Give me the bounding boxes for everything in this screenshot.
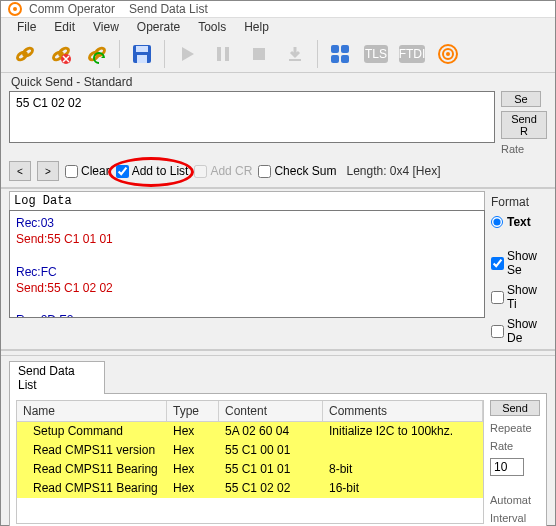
- send-button[interactable]: Se: [501, 91, 541, 107]
- link-icon[interactable]: [9, 38, 41, 70]
- menu-edit[interactable]: Edit: [46, 18, 83, 36]
- title-bar: Comm Operator Send Data List: [1, 1, 555, 18]
- table-row[interactable]: Read CMPS11 BearingHex55 C1 02 0216-bit: [17, 479, 483, 498]
- save-icon[interactable]: [126, 38, 158, 70]
- app-title: Comm Operator: [29, 2, 115, 16]
- send-r-button[interactable]: Send R: [501, 111, 547, 139]
- target-icon[interactable]: [432, 38, 464, 70]
- svg-rect-17: [341, 45, 349, 53]
- menu-bar: File Edit View Operate Tools Help: [1, 18, 555, 36]
- menu-file[interactable]: File: [9, 18, 44, 36]
- log-title: Log Data: [9, 191, 485, 210]
- log-line: [16, 247, 478, 263]
- send-data-grid[interactable]: Name Type Content Comments Setup Command…: [16, 400, 484, 524]
- rate-label: Rate: [501, 143, 524, 155]
- svg-rect-11: [137, 55, 147, 63]
- next-button[interactable]: >: [37, 161, 59, 181]
- link-remove-icon[interactable]: [45, 38, 77, 70]
- app-icon: [7, 1, 23, 17]
- length-label: Length: 0x4 [Hex]: [346, 164, 440, 178]
- automat-label: Automat: [490, 494, 540, 506]
- checksum-checkbox[interactable]: Check Sum: [258, 164, 336, 178]
- menu-tools[interactable]: Tools: [190, 18, 234, 36]
- svg-point-26: [446, 52, 450, 56]
- svg-rect-19: [341, 55, 349, 63]
- doc-title: Send Data List: [129, 2, 208, 16]
- svg-rect-18: [331, 55, 339, 63]
- menu-help[interactable]: Help: [236, 18, 277, 36]
- svg-rect-15: [289, 59, 301, 61]
- table-row[interactable]: Read CMPS11 versionHex55 C1 00 01: [17, 441, 483, 460]
- format-text-radio[interactable]: Text: [491, 215, 547, 229]
- format-header: Format: [491, 195, 547, 209]
- add-to-list-checkbox[interactable]: Add to List: [116, 164, 189, 178]
- log-line: [16, 296, 478, 312]
- svg-rect-10: [136, 46, 148, 52]
- menu-operate[interactable]: Operate: [129, 18, 188, 36]
- svg-rect-13: [225, 47, 229, 61]
- log-textarea[interactable]: Rec:03Send:55 C1 01 01 Rec:FCSend:55 C1 …: [9, 210, 485, 318]
- calc-icon[interactable]: [324, 38, 356, 70]
- tab-send-data-list[interactable]: Send Data List: [9, 361, 105, 394]
- play-icon[interactable]: [171, 38, 203, 70]
- ftdi-icon[interactable]: FTDI: [396, 38, 428, 70]
- log-line: Rec:FC: [16, 264, 478, 280]
- sdl-send-button[interactable]: Send: [490, 400, 540, 416]
- stop-icon[interactable]: [243, 38, 275, 70]
- log-line: Send:55 C1 01 01: [16, 231, 478, 247]
- log-line: Rec:0D F2: [16, 312, 478, 318]
- clear-checkbox[interactable]: Clear: [65, 164, 110, 178]
- add-cr-checkbox[interactable]: Add CR: [194, 164, 252, 178]
- svg-point-1: [13, 7, 17, 11]
- repeat-label: Repeate: [490, 422, 540, 434]
- rate-label-2: Rate: [490, 440, 540, 452]
- download-icon[interactable]: [279, 38, 311, 70]
- link-refresh-icon[interactable]: [81, 38, 113, 70]
- col-comments[interactable]: Comments: [323, 401, 483, 421]
- tls-icon[interactable]: TLS: [360, 38, 392, 70]
- quick-send-label: Quick Send - Standard: [1, 73, 555, 89]
- show-send-checkbox[interactable]: Show Se: [491, 249, 547, 277]
- svg-rect-16: [331, 45, 339, 53]
- pause-icon[interactable]: [207, 38, 239, 70]
- svg-text:FTDI: FTDI: [399, 47, 426, 61]
- rate-input[interactable]: [490, 458, 524, 476]
- svg-rect-12: [217, 47, 221, 61]
- table-row[interactable]: Setup CommandHex5A 02 60 04Initialize I2…: [17, 422, 483, 441]
- toolbar: TLS FTDI: [1, 36, 555, 73]
- svg-text:TLS: TLS: [365, 47, 387, 61]
- quick-send-input[interactable]: [9, 91, 495, 143]
- table-row[interactable]: Read CMPS11 BearingHex55 C1 01 018-bit: [17, 460, 483, 479]
- svg-point-3: [22, 47, 34, 58]
- log-line: Send:55 C1 02 02: [16, 280, 478, 296]
- interval-label: Interval: [490, 512, 540, 524]
- col-type[interactable]: Type: [167, 401, 219, 421]
- show-detail-checkbox[interactable]: Show De: [491, 317, 547, 345]
- menu-view[interactable]: View: [85, 18, 127, 36]
- col-content[interactable]: Content: [219, 401, 323, 421]
- col-name[interactable]: Name: [17, 401, 167, 421]
- svg-rect-14: [253, 48, 265, 60]
- log-line: Rec:03: [16, 215, 478, 231]
- show-time-checkbox[interactable]: Show Ti: [491, 283, 547, 311]
- prev-button[interactable]: <: [9, 161, 31, 181]
